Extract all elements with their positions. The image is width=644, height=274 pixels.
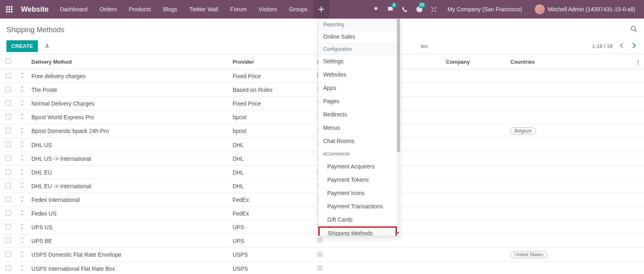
column-options-button[interactable]: ⋮ — [632, 54, 644, 69]
cell-company — [443, 207, 507, 220]
table-row[interactable]: USPS Domestic Flat Rate Envelope USPS Un… — [0, 248, 644, 262]
dropdown-item-payment-tokens[interactable]: Payment Tokens — [318, 173, 397, 187]
row-checkbox[interactable] — [6, 183, 11, 188]
cell-company — [443, 83, 507, 97]
header-checkbox[interactable] — [0, 54, 16, 69]
pager-prev[interactable] — [618, 41, 625, 51]
row-checkbox[interactable] — [6, 73, 11, 78]
drag-handle-icon[interactable] — [20, 224, 24, 230]
row-checkbox[interactable] — [6, 251, 11, 257]
drag-handle-icon[interactable] — [20, 169, 24, 176]
drag-handle-icon[interactable] — [20, 114, 24, 120]
dropdown-item-payment-acquirers[interactable]: Payment Acquirers — [318, 160, 397, 173]
row-checkbox[interactable] — [6, 224, 11, 229]
dropdown-item-payment-transactions[interactable]: Payment Transactions — [318, 200, 397, 213]
drag-handle-icon[interactable] — [20, 183, 24, 189]
row-checkbox[interactable] — [6, 156, 11, 161]
user-menu[interactable]: Mitchell Admin (14397431-15-0-all) — [529, 4, 641, 14]
row-checkbox[interactable] — [6, 114, 11, 119]
row-checkbox[interactable] — [6, 87, 11, 92]
nav-item-blogs[interactable]: Blogs — [157, 0, 183, 19]
drag-handle-icon[interactable] — [20, 156, 24, 162]
table-row[interactable]: USPS International Flat Rate Box USPS — [0, 262, 644, 274]
filter-partial-text: tes — [421, 43, 427, 49]
create-button[interactable]: CREATE — [6, 40, 38, 52]
new-content-button[interactable] — [313, 0, 329, 19]
dropdown-item-pages[interactable]: Pages — [318, 95, 397, 108]
chat-icon[interactable]: 4 — [384, 0, 397, 19]
row-checkbox[interactable] — [6, 128, 11, 133]
phone-icon[interactable] — [398, 0, 411, 19]
cell-provider: FedEx — [229, 193, 314, 207]
country-tag[interactable]: United States — [510, 251, 547, 258]
drag-handle-icon[interactable] — [20, 210, 24, 217]
drag-handle-icon[interactable] — [20, 142, 24, 148]
svg-rect-8 — [11, 11, 12, 12]
dropdown-item-websites[interactable]: Websites — [318, 68, 397, 81]
tools-icon[interactable] — [427, 0, 440, 19]
nav-item-twitter-wall[interactable]: Twitter Wall — [184, 0, 224, 19]
drag-handle-icon[interactable] — [20, 252, 24, 258]
svg-line-12 — [635, 30, 637, 32]
drag-handle-icon[interactable] — [20, 73, 24, 79]
nav-right: 4 25 My Company (San Francisco) Mitchell… — [369, 0, 641, 19]
cell-delivery-method: Bpost World Express Pro — [28, 110, 229, 124]
drag-handle-icon[interactable] — [20, 87, 24, 93]
drag-handle-icon[interactable] — [20, 100, 24, 107]
dropdown-item-menus[interactable]: Menus — [318, 121, 397, 135]
dropdown-item-settings[interactable]: Settings — [318, 55, 397, 68]
dropdown-item-gift-cards[interactable]: Gift Cards — [318, 213, 397, 226]
row-checkbox[interactable] — [6, 210, 11, 216]
nav-item-forum[interactable]: Forum — [225, 0, 252, 19]
nav-item-dashboard[interactable]: Dashboard — [54, 0, 93, 19]
dropdown-item-apps[interactable]: Apps — [318, 81, 397, 95]
svg-rect-6 — [6, 11, 8, 12]
pager-next[interactable] — [631, 41, 638, 51]
nav-item-orders[interactable]: Orders — [94, 0, 122, 19]
debug-icon[interactable] — [369, 0, 382, 19]
brand-label[interactable]: Website — [15, 5, 54, 14]
cell-published[interactable] — [314, 248, 362, 262]
nav-item-products[interactable]: Products — [123, 0, 157, 19]
row-checkbox[interactable] — [6, 100, 11, 106]
cell-countries — [507, 179, 632, 193]
pager-text[interactable]: 1-18 / 18 — [592, 43, 613, 49]
dropdown-item-chat-rooms[interactable]: Chat Rooms — [318, 135, 397, 148]
svg-rect-1 — [8, 6, 10, 8]
dropdown-scroll-arrow-down-icon[interactable]: ▼ — [396, 231, 400, 235]
col-company[interactable]: Company — [443, 54, 507, 69]
company-switcher[interactable]: My Company (San Francisco) — [442, 6, 528, 12]
drag-handle-icon[interactable] — [20, 197, 24, 203]
col-provider[interactable]: Provider — [229, 54, 314, 69]
nav-item-groups[interactable]: Groups — [283, 0, 313, 19]
search-icon[interactable] — [630, 25, 638, 35]
drag-handle-icon[interactable] — [20, 238, 24, 244]
dropdown-scrollbar-thumb[interactable] — [397, 19, 400, 152]
dropdown-section-header: Reporting — [318, 19, 397, 30]
avatar — [535, 4, 545, 14]
row-checkbox[interactable] — [6, 142, 11, 147]
dropdown-item-shipping-methods[interactable]: Shipping Methods — [318, 226, 397, 236]
dropdown-item-payment-icons[interactable]: Payment Icons — [318, 187, 397, 200]
row-checkbox[interactable] — [6, 197, 11, 202]
apps-grid-icon[interactable] — [3, 6, 15, 12]
col-delivery-method[interactable]: Delivery Method — [28, 54, 229, 69]
country-tag[interactable]: Belgium — [510, 127, 536, 135]
cell-countries — [507, 152, 632, 166]
dropdown-item-online-sales[interactable]: Online Sales — [318, 30, 397, 44]
dropdown-item-redirects[interactable]: Redirects — [318, 108, 397, 121]
activity-icon[interactable]: 25 — [413, 0, 426, 19]
cell-published[interactable] — [314, 262, 362, 274]
col-countries[interactable]: Countries — [507, 54, 632, 69]
svg-point-11 — [631, 26, 636, 31]
drag-handle-icon[interactable] — [20, 266, 24, 272]
drag-handle-icon[interactable] — [20, 128, 24, 135]
config-dropdown: ReportingOnline SalesConfigurationSettin… — [318, 19, 400, 236]
nav-item-visitors[interactable]: Visitors — [253, 0, 283, 19]
row-checkbox[interactable] — [6, 238, 11, 243]
export-button[interactable] — [43, 41, 52, 51]
cell-delivery-method: DHL US — [28, 138, 229, 152]
row-checkbox[interactable] — [6, 266, 11, 271]
row-checkbox[interactable] — [6, 169, 11, 174]
cell-provider: bpost — [229, 110, 314, 124]
